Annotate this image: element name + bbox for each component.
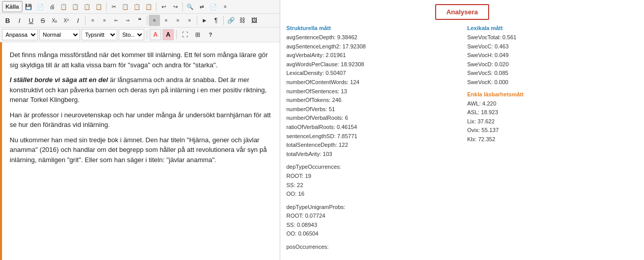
copy2-button[interactable]: 📋: [70, 1, 81, 12]
toolbar-row2: B I U S X₂ X² I ≡ ≡ ⇐ ⇒ ❝ ≡ ≡ ≡ ≡ ▶ ¶ 🔗 …: [0, 14, 280, 28]
read-asl: ASL: 18.923: [467, 108, 638, 117]
dep-prob-title: depTypeUnigramProbs:: [286, 203, 457, 212]
metric-numberOfVerbs: numberOfVerbs: 51: [286, 105, 457, 114]
metric-totalVerbArity: totalVerbArity: 103: [286, 150, 457, 159]
editor-content[interactable]: Det finns många missförstånd när det kom…: [2, 42, 280, 260]
justify-button[interactable]: ≡: [184, 15, 195, 26]
toolbar-row3: Anpassa... Normal Typsnitt Sto... A A ⛶ …: [0, 28, 280, 42]
redo-button[interactable]: ↪: [170, 1, 181, 12]
cut-button[interactable]: ✂: [108, 1, 119, 12]
ltr-button[interactable]: ▶: [199, 15, 210, 26]
sep2: [156, 2, 156, 11]
read-klx: Klx: 72.352: [467, 135, 638, 144]
subscript-button[interactable]: X₂: [49, 15, 60, 26]
read-lix: Lix: 37.622: [467, 117, 638, 126]
app-container: Källa 💾 📄 🖨 📋 📋 📋 📋 ✂ 📋 📋 📋 ↩ ↪ 🔍 ⇄ 📄 ≡: [0, 0, 644, 260]
size-select[interactable]: Sto...: [119, 29, 144, 40]
source-button[interactable]: Källa: [2, 1, 22, 12]
ol-button[interactable]: ≡: [99, 15, 110, 26]
copy3-button[interactable]: 📋: [82, 1, 93, 12]
sep9: [176, 30, 177, 39]
find-button[interactable]: 🔍: [184, 1, 196, 12]
replace-button[interactable]: ⇄: [196, 1, 207, 12]
save-button[interactable]: 💾: [23, 1, 34, 12]
print-button[interactable]: 🖨: [46, 1, 58, 12]
paste2-button[interactable]: 📋: [131, 1, 143, 12]
strike-button[interactable]: S: [37, 15, 48, 26]
ul-button[interactable]: ≡: [87, 15, 98, 26]
sep6: [197, 16, 197, 25]
metric-sentenceLengthSD: sentenceLengthSD: 7.85771: [286, 132, 457, 141]
copy4-button[interactable]: 📋: [93, 1, 104, 12]
fullscreen-button[interactable]: ⛶: [179, 29, 191, 40]
pos-section: posOccurrences:: [286, 243, 457, 252]
superscript-button[interactable]: X²: [61, 15, 72, 26]
sep8: [147, 30, 147, 39]
metric-numberOfSentences: numberOfSentences: 13: [286, 87, 457, 96]
analysis-panel: Analysera Strukturella mått avgSentenceD…: [280, 0, 644, 260]
align-right-button[interactable]: ≡: [172, 15, 183, 26]
dep-ss: SS: 22: [286, 181, 457, 190]
sep7: [223, 16, 224, 25]
lexical-col: Lexikala mått SweVocTotal: 0.561 SweVocC…: [467, 25, 638, 256]
paragraph1: Det finns många missförstånd när det kom…: [10, 50, 272, 70]
style-select[interactable]: Normal: [39, 29, 80, 40]
read-awl: AWL: 4.220: [467, 99, 638, 109]
metric-avgSentenceLength: avgSentenceLength2: 17.92308: [286, 42, 457, 51]
dep-oo: OO: 16: [286, 190, 457, 199]
dep-root: ROOT: 19: [286, 172, 457, 181]
structural-col: Strukturella mått avgSentenceDepth: 9.38…: [286, 25, 457, 256]
lexical-total: SweVocTotal: 0.561: [467, 33, 638, 42]
metric-avgWordsPerClause: avgWordsPerClause: 18.92308: [286, 60, 457, 69]
customize-select[interactable]: Anpassa...: [2, 29, 38, 40]
sep4: [85, 16, 86, 25]
readability-title: Enkla läsbarhetsmått: [467, 91, 638, 97]
lexical-d: SweVocD: 0.020: [467, 60, 638, 69]
font-select[interactable]: Typsnitt: [82, 29, 117, 40]
analyze-button[interactable]: Analysera: [435, 4, 489, 20]
read-ovix: Ovix: 55.137: [467, 126, 638, 135]
lexical-section: Lexikala mått SweVocTotal: 0.561 SweVocC…: [467, 25, 638, 87]
toolbar-row1: Källa 💾 📄 🖨 📋 📋 📋 📋 ✂ 📋 📋 📋 ↩ ↪ 🔍 ⇄ 📄 ≡: [0, 0, 280, 14]
quote-button[interactable]: ❝: [134, 15, 145, 26]
lexical-h: SweVocH: 0.049: [467, 51, 638, 60]
list-button[interactable]: ≡: [220, 1, 231, 12]
indent-button[interactable]: ⇒: [122, 15, 133, 26]
link-button[interactable]: 🔗: [225, 15, 236, 26]
lexical-k: SweVocK: 0.000: [467, 78, 638, 87]
sep1: [106, 2, 106, 11]
metric-numberOfContentWords: numberOfContentWords: 124: [286, 78, 457, 87]
dep-prob-oo: OO: 0.06504: [286, 229, 457, 239]
pilcrow-button[interactable]: ¶: [210, 15, 222, 26]
paste3-button[interactable]: 📋: [143, 1, 154, 12]
new-button[interactable]: 📄: [35, 1, 46, 12]
metric-lexicalDensity: LexicalDensity: 0.50407: [286, 69, 457, 78]
align-left-button[interactable]: ≡: [149, 15, 160, 26]
bg-color-button[interactable]: A: [163, 29, 174, 40]
dep-section: depTypeOccurrences: ROOT: 19 SS: 22 OO: …: [286, 163, 457, 198]
editor-main: Det finns många missförstånd när det kom…: [0, 42, 280, 260]
undo-button[interactable]: ↩: [158, 1, 169, 12]
italic2-button[interactable]: I: [72, 15, 84, 26]
help-button[interactable]: ?: [205, 29, 216, 40]
align-center-button[interactable]: ≡: [160, 15, 172, 26]
copy1-button[interactable]: 📋: [58, 1, 69, 12]
outdent-button[interactable]: ⇐: [111, 15, 122, 26]
unlink-button[interactable]: ⛓: [237, 15, 248, 26]
table-button[interactable]: ⊞: [192, 29, 203, 40]
doc-button[interactable]: 📄: [208, 1, 219, 12]
sep3: [182, 2, 183, 11]
font-color-button[interactable]: A: [150, 29, 161, 40]
bold-button[interactable]: B: [2, 15, 13, 26]
underline-button[interactable]: U: [25, 15, 37, 26]
metric-avgSentenceDepth: avgSentenceDepth: 9.38462: [286, 33, 457, 42]
structural-section: Strukturella mått avgSentenceDepth: 9.38…: [286, 25, 457, 159]
structural-title: Strukturella mått: [286, 25, 457, 31]
paragraph2-bold: I stället borde vi säga att en del: [10, 76, 108, 84]
metric-totalSentenceDepth: totalSentenceDepth: 122: [286, 141, 457, 150]
image-button[interactable]: 🖼: [249, 15, 260, 26]
italic-button[interactable]: I: [14, 15, 25, 26]
paragraph2: I stället borde vi säga att en del är lå…: [10, 75, 272, 105]
sep5: [147, 16, 147, 25]
paste1-button[interactable]: 📋: [120, 1, 131, 12]
